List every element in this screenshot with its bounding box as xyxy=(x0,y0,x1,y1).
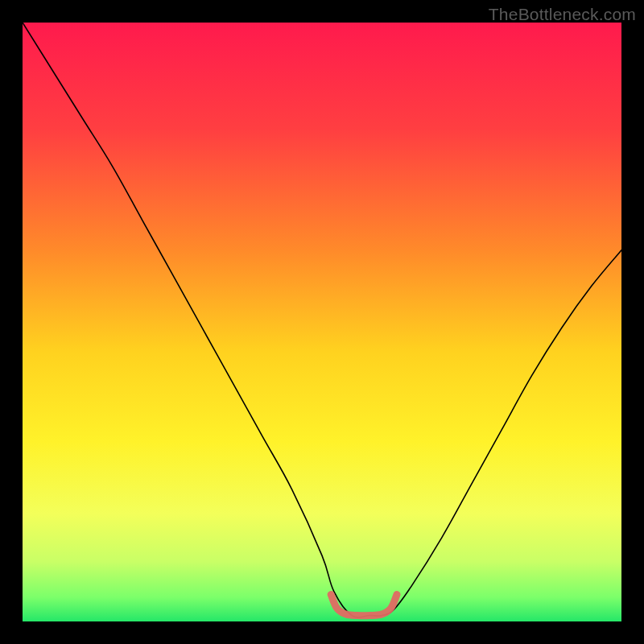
chart-svg xyxy=(23,23,621,621)
plot-area xyxy=(23,23,621,621)
chart-frame: TheBottleneck.com xyxy=(0,0,644,644)
watermark-text: TheBottleneck.com xyxy=(489,5,636,24)
gradient-background xyxy=(23,23,621,621)
